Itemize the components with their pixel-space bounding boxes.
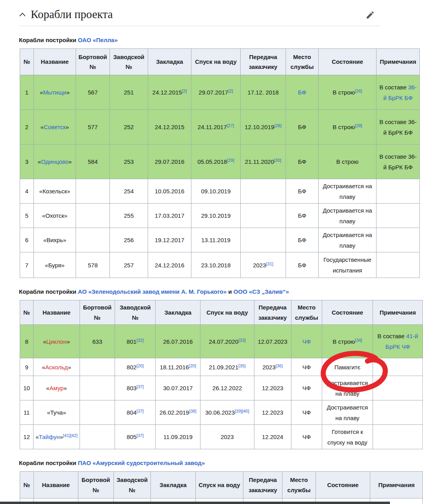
table-cell: Достраивается на плаву xyxy=(319,204,377,228)
collapse-chevron-icon[interactable] xyxy=(19,12,26,17)
ship-row: 5«Охотск»25517.03.201729.10.2019БФДостра… xyxy=(20,204,420,228)
table-cell: В строю[34] xyxy=(322,325,373,358)
wiki-link[interactable]: ОАО «Пелла» xyxy=(78,37,118,43)
reference-link[interactable]: [28] xyxy=(274,123,281,128)
column-header: Передача заказчику xyxy=(243,472,282,498)
column-header: Название xyxy=(34,49,76,75)
table-cell: «Козельск» xyxy=(34,179,76,204)
table-cell xyxy=(373,400,423,425)
table-cell: «Одинцово» xyxy=(34,145,76,179)
table-cell: 7 xyxy=(20,252,34,278)
table-cell: 11 xyxy=(20,400,33,425)
reference-link[interactable]: [41] xyxy=(63,433,70,438)
table-cell: В строю[26] xyxy=(319,75,377,110)
table-cell: 5 xyxy=(20,204,34,228)
table-cell: 10.05.2016 xyxy=(148,179,191,204)
reference-link[interactable]: [2] xyxy=(228,89,233,93)
wiki-redlink[interactable]: Циклон xyxy=(46,338,67,345)
table-cell: ЧФ xyxy=(291,358,322,376)
column-header: Спуск на воду xyxy=(191,49,241,75)
reference-link[interactable]: [37] xyxy=(137,409,144,413)
table-cell: 254 xyxy=(110,179,148,204)
wiki-link[interactable]: 41-й БрРК ЧФ xyxy=(386,333,418,350)
wiki-link[interactable]: 36-й БрРК БФ xyxy=(383,84,417,101)
reference-link[interactable]: [26] xyxy=(355,89,362,93)
table-cell: БФ xyxy=(286,204,319,228)
table-cell: 13.11.2019 xyxy=(191,228,241,252)
reference-link[interactable]: [35] xyxy=(238,363,245,368)
table-cell: 26.12.2022 xyxy=(200,376,254,400)
wiki-link[interactable]: ПАО «Амурский судостроительный завод» xyxy=(78,460,205,466)
column-header: Бортовой № xyxy=(80,300,115,325)
reference-link[interactable]: [30] xyxy=(274,158,281,163)
wiki-article-page: Корабли проекта Корабли постройки ОАО «П… xyxy=(0,0,423,504)
table-cell xyxy=(80,376,115,400)
wiki-link[interactable]: Мытищи xyxy=(43,89,66,96)
reference-link[interactable]: [34] xyxy=(355,338,362,343)
wiki-redlink[interactable]: Аскольд xyxy=(45,364,68,371)
column-header: Название xyxy=(33,300,80,325)
section-header: Корабли проекта xyxy=(0,0,423,21)
table-cell: 802[20] xyxy=(115,358,156,376)
table-cell: 26.07.2016 xyxy=(156,325,200,358)
table-cell: В составе 36-й БрРК БФ xyxy=(377,110,420,145)
wiki-link[interactable]: Советск xyxy=(44,124,66,130)
table-cell: В составе 36-й БрРК БФ xyxy=(377,145,420,179)
reference-link[interactable]: [32] xyxy=(137,338,144,343)
table-cell: 29.07.2017[2] xyxy=(191,75,241,110)
reference-link[interactable]: [37] xyxy=(137,433,144,438)
wiki-redlink[interactable]: Амур xyxy=(49,385,63,391)
reference-link[interactable]: [37] xyxy=(137,384,144,389)
table-cell: 24.07.2020[33] xyxy=(200,325,254,358)
reference-link[interactable]: [27] xyxy=(227,123,234,128)
wiki-link[interactable]: Тайфун xyxy=(39,434,60,440)
ships-table: №НазваниеБортовой №Заводской №ЗакладкаСп… xyxy=(20,300,423,449)
column-header: Состояние xyxy=(315,472,370,498)
table-cell: «Вихрь» xyxy=(34,228,76,252)
column-header: Название xyxy=(33,472,78,498)
reference-link[interactable]: [2] xyxy=(182,89,187,93)
column-header: Место службы xyxy=(291,300,322,325)
table-cell xyxy=(80,425,115,449)
reference-link[interactable]: [28] xyxy=(355,123,362,128)
reference-link[interactable]: [36] xyxy=(276,363,283,368)
wiki-link[interactable]: Одинцово xyxy=(41,158,69,165)
reference-link[interactable]: [40] xyxy=(242,409,249,413)
column-header: Заводской № xyxy=(115,300,156,325)
reference-link[interactable]: [20] xyxy=(189,363,196,368)
table-cell xyxy=(80,400,115,425)
reference-link[interactable]: [42] xyxy=(70,433,77,438)
wiki-link[interactable]: АО «Зеленодольский завод имени А. М. Гор… xyxy=(78,288,226,295)
table-cell: 633 xyxy=(80,325,115,358)
column-header: Закладка xyxy=(151,472,195,498)
reference-link[interactable]: [38] xyxy=(189,409,196,413)
column-header: Спуск на воду xyxy=(195,472,243,498)
table-cell: «Мытищи» xyxy=(34,75,76,110)
reference-link[interactable]: [31] xyxy=(266,261,273,266)
table-cell: 1 xyxy=(20,75,34,110)
table-cell: 21.11.2020[30] xyxy=(241,145,286,179)
table-cell: В строю xyxy=(319,145,377,179)
reference-link[interactable]: [20] xyxy=(137,363,144,368)
table-cell: 12.2023 xyxy=(254,376,291,400)
table-cell: 252 xyxy=(110,110,148,145)
table-cell: 12.2023 xyxy=(254,400,291,425)
wiki-link[interactable]: ЧФ xyxy=(302,338,311,345)
table-cell: 09.10.2019 xyxy=(191,179,241,204)
ship-row: 3«Одинцово»58425329.07.201605.05.2018[29… xyxy=(20,145,420,179)
table-cell: БФ xyxy=(286,228,319,252)
table-cell: 803[37] xyxy=(115,376,156,400)
table-cell: 3 xyxy=(20,145,34,179)
reference-link[interactable]: [29] xyxy=(227,158,234,163)
reference-link[interactable]: [39] xyxy=(235,409,242,413)
wiki-link[interactable]: ООО «СЗ „Залив“» xyxy=(234,288,289,295)
section-amur: Корабли постройки ПАО «Амурский судостро… xyxy=(0,460,423,504)
table-cell: 10 xyxy=(20,376,33,400)
column-header: № xyxy=(20,49,34,75)
table-cell: 24.12.2016 xyxy=(148,252,191,278)
wiki-link[interactable]: БФ xyxy=(298,89,306,96)
reference-link[interactable]: [33] xyxy=(238,338,245,343)
edit-pencil-icon[interactable] xyxy=(365,10,375,21)
column-header: Место службы xyxy=(282,472,315,498)
table-cell: 251 xyxy=(110,75,148,110)
